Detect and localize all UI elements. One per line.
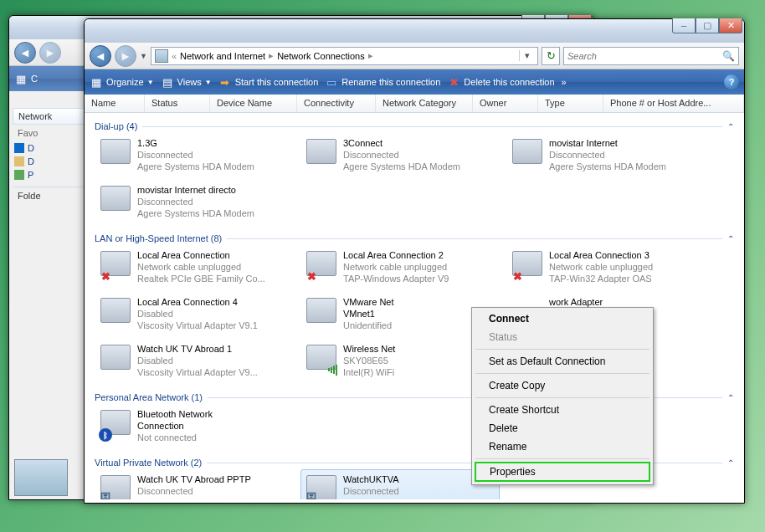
context-menu: Connect Status Set as Default Connection… [471, 307, 654, 485]
col-device[interactable]: Device Name [210, 95, 297, 112]
menu-set-default[interactable]: Set as Default Connection [474, 352, 651, 371]
connection-item[interactable]: 1.3GDisconnectedAgere Systems HDA Modem [95, 133, 294, 176]
ethernet-icon [99, 296, 132, 330]
connection-item[interactable]: ✖Local Area ConnectionNetwork cable unpl… [95, 245, 294, 289]
location-icon [155, 49, 168, 63]
col-type[interactable]: Type [538, 95, 603, 112]
collapse-icon[interactable]: ⌃ [727, 122, 734, 131]
group-lan[interactable]: LAN or High-Speed Internet (8)⌃ [95, 228, 734, 245]
connection-item[interactable]: 3ConnectDisconnectedAgere Systems HDA Mo… [300, 133, 500, 176]
ethernet-icon: ✖ [99, 249, 132, 283]
ethernet-icon [99, 343, 132, 376]
sidebar-link[interactable]: D [13, 155, 88, 168]
col-connectivity[interactable]: Connectivity [297, 95, 376, 112]
refresh-button[interactable]: ↻ [542, 47, 560, 65]
col-status[interactable]: Status [145, 95, 210, 112]
collapse-icon[interactable]: ⌃ [727, 234, 734, 243]
ethernet-icon: ✖ [511, 249, 544, 283]
menu-create-shortcut[interactable]: Create Shortcut [474, 401, 651, 419]
navigation-bar: ◄ ► ▼ « Network and Internet ▸ Network C… [85, 43, 744, 69]
delete-connection-button[interactable]: ✖Delete this connection [447, 75, 554, 89]
bluetooth-icon: ᛒ [99, 408, 132, 442]
connection-item[interactable]: movistar Internet directoDisconnectedAge… [95, 180, 294, 223]
close-button[interactable]: ✕ [719, 18, 742, 33]
forward-button[interactable]: ► [115, 45, 136, 67]
sidebar-link[interactable]: D [13, 141, 88, 155]
menu-properties[interactable]: Properties [475, 462, 650, 482]
connection-item[interactable]: Local Area Connection 4DisabledViscosity… [95, 292, 294, 335]
connection-item[interactable]: Watch UK TV Abroad 1DisabledViscosity Vi… [95, 339, 294, 382]
menu-create-copy[interactable]: Create Copy [474, 376, 651, 395]
connection-item[interactable]: ✖Local Area Connection 3Network cable un… [506, 245, 706, 289]
breadcrumb-segment[interactable]: Network Connections [277, 51, 365, 61]
menu-separator [475, 373, 649, 374]
search-input[interactable] [567, 51, 719, 61]
unplugged-overlay-icon: ✖ [511, 269, 524, 283]
modem-icon [305, 137, 338, 171]
server-overlay-icon: 🗄 [305, 494, 318, 499]
menu-separator [475, 349, 649, 350]
preview-pane-icon [14, 459, 68, 496]
folders-label: Folde [13, 187, 88, 204]
col-owner[interactable]: Owner [473, 95, 538, 112]
unplugged-overlay-icon: ✖ [99, 269, 112, 283]
menu-connect[interactable]: Connect [474, 309, 651, 328]
network-connections-window: – ▢ ✕ ◄ ► ▼ « Network and Internet ▸ Net… [84, 18, 745, 504]
maximize-button[interactable]: ▢ [696, 18, 719, 33]
wifi-icon [305, 343, 338, 376]
breadcrumb-segment[interactable]: Network and Internet [180, 51, 265, 61]
modem-icon [99, 137, 132, 171]
modem-icon [511, 137, 544, 171]
ethernet-icon [305, 296, 338, 330]
connection-item[interactable]: 🗄Watch UK TV Abroad PPTPDisconnectedWAN … [95, 469, 294, 499]
help-button[interactable]: ? [724, 74, 739, 90]
server-overlay-icon: 🗄 [99, 494, 112, 499]
group-dialup[interactable]: Dial-up (4)⌃ [95, 116, 734, 133]
signal-bars-icon [326, 363, 340, 376]
organize-button[interactable]: ▦C [14, 72, 38, 85]
sidebar: Network Favo D D P Folde [13, 108, 88, 204]
overflow-button[interactable]: » [562, 77, 567, 87]
start-connection-button[interactable]: ➡Start this connection [218, 75, 319, 89]
vpn-icon: 🗄 [99, 473, 132, 499]
sidebar-header[interactable]: Network [13, 108, 88, 125]
back-button[interactable]: ◄ [14, 42, 36, 64]
bluetooth-overlay-icon: ᛒ [99, 428, 112, 442]
forward-button[interactable]: ► [39, 42, 61, 64]
menu-status: Status [474, 328, 651, 346]
organize-button[interactable]: ▦Organize ▼ [90, 75, 154, 89]
column-header[interactable]: Name Status Device Name Connectivity Net… [85, 95, 744, 113]
connection-item[interactable]: ✖Local Area Connection 2Network cable un… [300, 245, 500, 289]
search-icon[interactable]: 🔍 [722, 50, 735, 62]
search-box[interactable]: 🔍 [563, 47, 739, 65]
connection-item[interactable]: VMware NetVMnet1Unidentified [300, 292, 500, 335]
menu-separator [475, 458, 649, 459]
connection-item[interactable]: Wireless NetSKY08E65Intel(R) WiFi [300, 339, 500, 382]
vpn-icon: 🗄 [305, 473, 338, 499]
command-bar: ▦Organize ▼ ▤Views ▼ ➡Start this connect… [85, 69, 744, 95]
collapse-icon[interactable]: ⌃ [727, 458, 734, 468]
sidebar-link[interactable]: P [13, 168, 88, 182]
address-dropdown[interactable]: ▾ [519, 50, 534, 61]
favorites-label: Favo [13, 125, 88, 141]
rename-connection-button[interactable]: ▭Rename this connection [325, 75, 440, 89]
titlebar[interactable]: – ▢ ✕ [85, 19, 744, 43]
col-category[interactable]: Network Category [376, 95, 473, 112]
col-name[interactable]: Name [85, 95, 145, 112]
menu-rename[interactable]: Rename [474, 437, 651, 456]
menu-separator [475, 397, 649, 398]
unplugged-overlay-icon: ✖ [305, 269, 318, 283]
connection-item[interactable]: movistar InternetDisconnectedAgere Syste… [506, 133, 706, 176]
connection-item-selected[interactable]: 🗄WatchUKTVADisconnectedWAN Miniport (PPT… [300, 469, 500, 499]
collapse-icon[interactable]: ⌃ [727, 393, 734, 402]
col-phone[interactable]: Phone # or Host Addre... [603, 95, 744, 112]
menu-delete[interactable]: Delete [474, 419, 651, 437]
ethernet-icon: ✖ [305, 249, 338, 283]
address-bar[interactable]: « Network and Internet ▸ Network Connect… [151, 47, 538, 65]
minimize-button[interactable]: – [672, 18, 696, 33]
toolbar-label: C [31, 74, 38, 84]
views-button[interactable]: ▤Views ▼ [161, 75, 212, 89]
connection-item[interactable]: ᛒBluetooth NetworkConnectionNot connecte… [95, 404, 294, 448]
back-button[interactable]: ◄ [90, 45, 111, 67]
modem-icon [99, 184, 132, 217]
